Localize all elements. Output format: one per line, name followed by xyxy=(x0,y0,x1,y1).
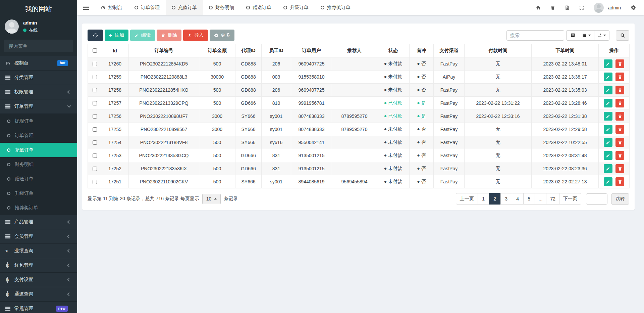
nav-tab-finance-detail[interactable]: 财务明细 xyxy=(203,0,240,15)
cell-channel: FastPay xyxy=(434,110,465,123)
navbar-username[interactable]: admin xyxy=(608,5,621,10)
fullscreen-icon[interactable] xyxy=(579,5,584,10)
page-button-4[interactable]: 4 xyxy=(512,193,524,205)
page-button-1[interactable]: 1 xyxy=(478,193,489,205)
cell-create-time: 2023-02-22 12:29:58 xyxy=(532,123,599,136)
row-checkbox[interactable] xyxy=(93,153,97,158)
sidebar-item-permission-management[interactable]: 权限管理 xyxy=(0,85,77,99)
sidebar-subitem-recharge-orders[interactable]: 充值订单 xyxy=(0,143,77,157)
page-button-3[interactable]: 3 xyxy=(500,193,512,205)
nav-tab-referral-reward-orders[interactable]: 推荐奖订单 xyxy=(315,0,357,15)
row-delete-button[interactable] xyxy=(615,177,624,186)
add-button[interactable]: + 添加 xyxy=(105,30,128,41)
sidebar-item-category-management[interactable]: 分类管理 xyxy=(0,71,77,85)
nav-tab-recharge-orders[interactable]: 充值订单 xyxy=(166,0,203,15)
sidebar-item-channel-query[interactable]: B 通道查询 xyxy=(0,287,77,302)
row-delete-button[interactable] xyxy=(615,112,624,121)
page-button-2[interactable]: 2 xyxy=(489,193,501,205)
jump-page-input[interactable] xyxy=(586,193,607,205)
columns-button[interactable] xyxy=(579,30,594,41)
search-submit-button[interactable] xyxy=(616,30,629,41)
sidebar-item-product-management[interactable]: 产品管理 xyxy=(0,215,77,229)
cell-order-no: PNO23022213188VF8 xyxy=(129,136,199,149)
sidebar-subitem-finance-detail[interactable]: 财务明细 xyxy=(0,157,77,172)
sidebar-subitem-upgrade-orders[interactable]: 升级订单 xyxy=(0,186,77,200)
row-delete-button[interactable] xyxy=(615,86,624,94)
document-icon[interactable] xyxy=(565,5,570,10)
menu-toggle-button[interactable] xyxy=(77,0,95,15)
sidebar-item-general-management[interactable]: 常规管理 new xyxy=(0,302,77,313)
table-search-input[interactable] xyxy=(506,30,564,41)
page-button-72[interactable]: 72 xyxy=(546,193,559,205)
row-delete-button[interactable] xyxy=(615,125,624,134)
row-edit-button[interactable] xyxy=(604,99,612,107)
row-checkbox[interactable] xyxy=(93,62,97,66)
circle-icon xyxy=(283,6,287,9)
sidebar-item-label: 权限管理 xyxy=(14,89,68,95)
import-button[interactable]: 导入 xyxy=(183,30,208,41)
nav-tab-upgrade-orders[interactable]: 升级订单 xyxy=(277,0,315,15)
row-checkbox[interactable] xyxy=(93,114,97,119)
nav-tab-console[interactable]: 控制台 xyxy=(95,0,128,15)
row-edit-button[interactable] xyxy=(604,177,612,186)
delete-button[interactable]: 删除 xyxy=(157,30,181,41)
sidebar-subitem-order-management-sub[interactable]: 订单管理 xyxy=(0,128,77,143)
row-edit-button[interactable] xyxy=(604,59,612,68)
sidebar-subitem-withdraw-orders[interactable]: 提现订单 xyxy=(0,114,77,128)
nav-tab-label: 财务明细 xyxy=(215,5,234,11)
refresh-button[interactable] xyxy=(88,30,103,41)
cell-staff-id: sy001 xyxy=(262,110,291,123)
cell-referrer: 8789595270 xyxy=(332,110,377,123)
jump-button[interactable]: 跳转 xyxy=(611,193,629,205)
select-all-checkbox[interactable] xyxy=(93,48,97,53)
cell-actions xyxy=(599,71,630,84)
row-delete-button[interactable] xyxy=(615,151,624,160)
page-button-...[interactable]: ... xyxy=(535,193,547,205)
page-button-5[interactable]: 5 xyxy=(523,193,535,205)
row-checkbox[interactable] xyxy=(93,88,97,92)
more-button[interactable]: 更多 xyxy=(210,30,234,41)
row-checkbox[interactable] xyxy=(93,140,97,145)
nav-tab-gift-orders[interactable]: 赠送订单 xyxy=(240,0,277,15)
next-page-button[interactable]: 下一页 xyxy=(559,193,581,205)
page-size-dropdown[interactable]: 10 xyxy=(202,194,221,204)
prev-page-button[interactable]: 上一页 xyxy=(456,193,478,205)
sidebar-item-console[interactable]: 控制台 hot xyxy=(0,56,77,71)
sidebar-item-performance-query[interactable]: * 业绩查询 xyxy=(0,244,77,258)
row-delete-button[interactable] xyxy=(615,99,624,107)
sidebar-item-payment-settings[interactable]: B 支付设置 xyxy=(0,273,77,287)
row-delete-button[interactable] xyxy=(615,164,624,173)
row-edit-button[interactable] xyxy=(604,164,612,173)
row-edit-button[interactable] xyxy=(604,86,612,94)
settings-gears-icon[interactable] xyxy=(631,5,636,10)
nav-tab-order-management[interactable]: 订单管理 xyxy=(128,0,166,15)
home-icon[interactable] xyxy=(536,5,541,10)
trash-icon[interactable] xyxy=(550,5,555,10)
sidebar-item-redpacket-management[interactable]: B 红包管理 xyxy=(0,258,77,273)
sidebar-subitem-referral-reward-orders[interactable]: 推荐奖订单 xyxy=(0,200,77,215)
row-edit-button[interactable] xyxy=(604,73,612,81)
sidebar-search-input[interactable] xyxy=(8,43,70,49)
edit-button[interactable]: 编辑 xyxy=(130,30,155,41)
row-edit-button[interactable] xyxy=(604,151,612,160)
row-delete-button[interactable] xyxy=(615,138,624,147)
row-edit-button[interactable] xyxy=(604,138,612,147)
row-checkbox[interactable] xyxy=(93,180,97,184)
sidebar-subitem-gift-orders[interactable]: 赠送订单 xyxy=(0,172,77,186)
navbar-avatar[interactable] xyxy=(594,3,604,13)
coin-icon: B xyxy=(5,292,9,297)
user-avatar[interactable] xyxy=(5,19,19,34)
row-edit-button[interactable] xyxy=(604,112,612,121)
row-checkbox[interactable] xyxy=(93,167,97,171)
row-edit-button[interactable] xyxy=(604,125,612,134)
toggle-view-button[interactable] xyxy=(566,30,579,41)
row-checkbox[interactable] xyxy=(93,75,97,79)
row-checkbox[interactable] xyxy=(93,101,97,105)
sidebar-item-member-management[interactable]: 会员管理 xyxy=(0,229,77,244)
row-checkbox[interactable] xyxy=(93,127,97,132)
row-delete-button[interactable] xyxy=(615,59,624,68)
row-delete-button[interactable] xyxy=(615,73,624,81)
sidebar-item-order-management[interactable]: 订单管理 xyxy=(0,99,77,114)
export-button[interactable] xyxy=(594,30,609,41)
table-row: 17254 PNO23022213188VF8 500 SY666 sy616 … xyxy=(88,136,630,149)
